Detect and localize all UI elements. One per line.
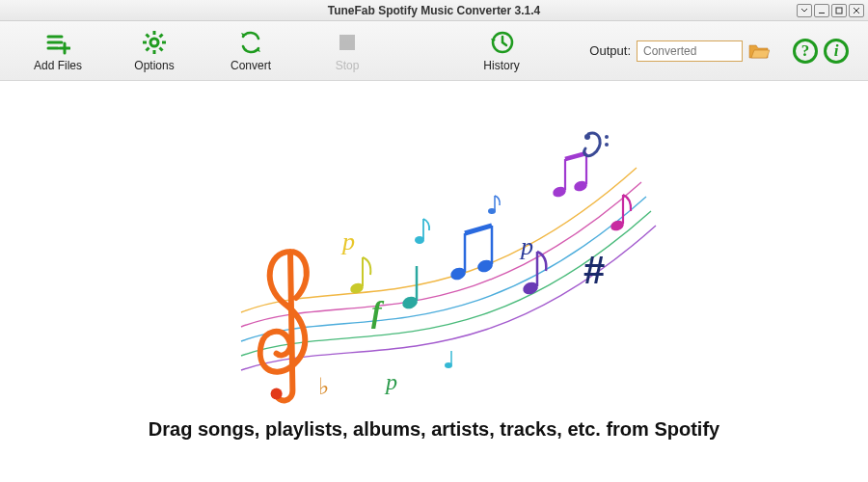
add-files-button[interactable]: Add Files	[19, 24, 96, 78]
history-button[interactable]: History	[463, 24, 540, 78]
help-button[interactable]: ?	[793, 39, 818, 64]
close-button[interactable]	[849, 4, 864, 17]
options-button[interactable]: Options	[116, 24, 193, 78]
add-files-icon	[45, 30, 70, 55]
svg-point-13	[271, 388, 283, 400]
svg-rect-1	[836, 8, 842, 13]
stop-icon	[335, 30, 360, 55]
svg-point-38	[605, 135, 609, 139]
maximize-button[interactable]	[831, 4, 847, 17]
convert-button[interactable]: Convert	[212, 24, 289, 78]
svg-line-26	[465, 226, 492, 233]
svg-point-37	[584, 134, 590, 140]
convert-label: Convert	[231, 59, 271, 72]
drag-hint-text: Drag songs, playlists, albums, artists, …	[149, 418, 719, 441]
minimize-to-tray-button[interactable]	[797, 4, 812, 17]
gear-icon	[142, 30, 167, 55]
svg-line-10	[147, 47, 149, 50]
browse-folder-button[interactable]	[748, 42, 770, 60]
info-button[interactable]: i	[824, 39, 849, 64]
svg-rect-11	[339, 35, 355, 50]
options-label: Options	[134, 59, 174, 72]
window-controls	[797, 4, 868, 17]
minimize-button[interactable]	[814, 4, 829, 17]
add-files-label: Add Files	[34, 59, 82, 72]
svg-point-2	[150, 39, 158, 46]
svg-text:p: p	[384, 369, 397, 394]
svg-rect-0	[819, 13, 825, 13]
titlebar: TuneFab Spotify Music Converter 3.1.4	[0, 0, 868, 21]
convert-icon	[238, 30, 263, 55]
output-group: Output: ? i	[589, 39, 849, 64]
main-drop-area[interactable]: p f	[0, 81, 868, 482]
svg-line-8	[160, 47, 163, 50]
history-icon	[489, 30, 514, 55]
output-path-input[interactable]	[637, 40, 743, 62]
stop-button: Stop	[309, 24, 386, 78]
svg-text:f: f	[371, 294, 385, 329]
music-notes-illustration: p f	[203, 100, 665, 409]
svg-line-9	[160, 34, 163, 37]
history-label: History	[483, 59, 519, 72]
window-title: TuneFab Spotify Music Converter 3.1.4	[0, 4, 868, 17]
svg-text:♭: ♭	[318, 374, 329, 399]
svg-text:p: p	[340, 228, 355, 255]
toolbar: Add Files Options	[0, 21, 868, 81]
svg-point-39	[605, 143, 609, 147]
svg-line-7	[147, 34, 149, 37]
svg-text:p: p	[519, 232, 533, 260]
stop-label: Stop	[336, 59, 360, 72]
svg-text:#: #	[583, 249, 605, 291]
output-label: Output:	[589, 43, 631, 58]
